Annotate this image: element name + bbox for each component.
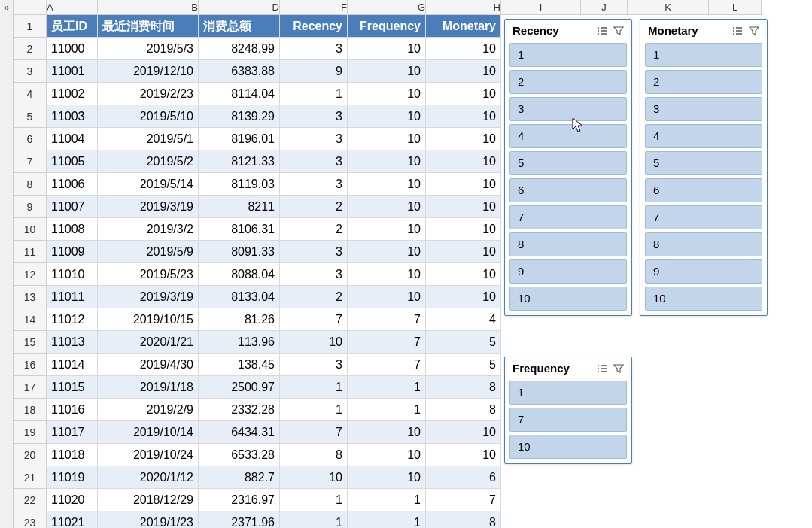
slicer-item[interactable]: 3 [645, 97, 762, 121]
cell-monetary[interactable]: 10 [426, 218, 501, 241]
cell-monetary[interactable]: 10 [426, 38, 501, 60]
cell-employee-id[interactable]: 11002 [47, 83, 98, 105]
table-header-cell[interactable]: Monetary [426, 15, 501, 38]
cell-total-spend[interactable]: 138.45 [199, 354, 280, 376]
cell-recency[interactable]: 8 [280, 444, 348, 466]
cell-total-spend[interactable]: 6383.88 [199, 60, 280, 83]
cell-monetary[interactable]: 4 [426, 308, 501, 331]
cell-last-purchase-date[interactable]: 2019/3/2 [98, 218, 199, 241]
row-header[interactable]: 15 [14, 331, 47, 354]
table-header-cell[interactable]: Frequency [348, 15, 426, 38]
cell-recency[interactable]: 3 [280, 241, 348, 263]
row-header[interactable]: 7 [14, 150, 47, 173]
slicer-item[interactable]: 9 [645, 259, 762, 284]
row-header[interactable]: 23 [14, 511, 47, 528]
cell-frequency[interactable]: 10 [348, 83, 426, 105]
cell-recency[interactable]: 3 [280, 354, 348, 376]
cell-monetary[interactable]: 10 [426, 286, 501, 308]
slicer-item[interactable]: 1 [509, 43, 627, 67]
table-header-cell[interactable]: 员工ID [47, 15, 98, 38]
slicer-item[interactable]: 7 [509, 408, 627, 432]
cell-last-purchase-date[interactable]: 2019/2/23 [98, 83, 199, 105]
cell-frequency[interactable]: 10 [348, 263, 426, 286]
cell-monetary[interactable]: 8 [426, 399, 501, 421]
cell-frequency[interactable]: 10 [348, 241, 426, 263]
cell-recency[interactable]: 1 [280, 399, 348, 421]
cell-recency[interactable]: 3 [280, 128, 348, 150]
cell-recency[interactable]: 1 [280, 511, 348, 528]
cell-total-spend[interactable]: 8114.04 [199, 83, 280, 105]
cell-recency[interactable]: 2 [280, 286, 348, 308]
cell-recency[interactable]: 1 [280, 489, 348, 511]
cell-last-purchase-date[interactable]: 2019/10/14 [98, 421, 199, 444]
cell-monetary[interactable]: 8 [426, 376, 501, 399]
row-header[interactable]: 16 [14, 354, 47, 376]
cell-recency[interactable]: 1 [280, 83, 348, 105]
cell-total-spend[interactable]: 8211 [199, 196, 280, 218]
slicer-item[interactable]: 5 [645, 151, 762, 175]
cell-total-spend[interactable]: 8091.33 [199, 241, 280, 263]
slicer-item[interactable]: 3 [509, 97, 627, 121]
cell-total-spend[interactable]: 2500.97 [199, 376, 280, 399]
cell-total-spend[interactable]: 8088.04 [199, 263, 280, 286]
cell-total-spend[interactable]: 6533.28 [199, 444, 280, 466]
cell-total-spend[interactable]: 2371.96 [199, 511, 280, 528]
cell-last-purchase-date[interactable]: 2019/1/23 [98, 511, 199, 528]
col-header-D[interactable]: D [199, 0, 280, 15]
cell-employee-id[interactable]: 11006 [47, 173, 98, 196]
cell-employee-id[interactable]: 11013 [47, 331, 98, 354]
cell-last-purchase-date[interactable]: 2019/5/1 [98, 128, 199, 150]
row-header[interactable]: 22 [14, 489, 47, 511]
slicer-item[interactable]: 2 [509, 70, 627, 94]
col-header-F[interactable]: F [280, 0, 348, 15]
cell-total-spend[interactable]: 81.26 [199, 308, 280, 331]
cell-last-purchase-date[interactable]: 2019/3/19 [98, 196, 199, 218]
row-header[interactable]: 8 [14, 173, 47, 196]
cell-employee-id[interactable]: 11020 [47, 489, 98, 511]
table-header-cell[interactable]: Recency [280, 15, 348, 38]
cell-frequency[interactable]: 10 [348, 173, 426, 196]
cell-frequency[interactable]: 10 [348, 196, 426, 218]
cell-frequency[interactable]: 7 [348, 308, 426, 331]
cell-monetary[interactable]: 5 [426, 331, 501, 354]
slicer-item[interactable]: 1 [509, 381, 627, 405]
row-header[interactable]: 10 [14, 218, 47, 241]
cell-last-purchase-date[interactable]: 2019/3/19 [98, 286, 199, 308]
cell-frequency[interactable]: 7 [348, 331, 426, 354]
cell-employee-id[interactable]: 11016 [47, 399, 98, 421]
cell-total-spend[interactable]: 882.7 [199, 466, 280, 489]
row-header[interactable]: 2 [14, 38, 47, 60]
select-all-corner[interactable] [14, 0, 47, 15]
multi-select-icon[interactable] [595, 25, 609, 37]
cell-employee-id[interactable]: 11011 [47, 286, 98, 308]
cell-employee-id[interactable]: 11021 [47, 511, 98, 528]
cell-last-purchase-date[interactable]: 2019/10/24 [98, 444, 199, 466]
cell-last-purchase-date[interactable]: 2019/5/10 [98, 105, 199, 128]
cell-frequency[interactable]: 1 [348, 489, 426, 511]
cell-recency[interactable]: 3 [280, 173, 348, 196]
row-header[interactable]: 12 [14, 263, 47, 286]
cell-recency[interactable]: 2 [280, 218, 348, 241]
row-header[interactable]: 13 [14, 286, 47, 308]
cell-frequency[interactable]: 10 [348, 421, 426, 444]
cell-total-spend[interactable]: 2316.97 [199, 489, 280, 511]
cell-last-purchase-date[interactable]: 2018/12/29 [98, 489, 199, 511]
cell-total-spend[interactable]: 8121.33 [199, 150, 280, 173]
slicer-item[interactable]: 10 [509, 435, 627, 459]
cell-employee-id[interactable]: 11010 [47, 263, 98, 286]
col-header-I[interactable]: I [501, 0, 581, 15]
cell-last-purchase-date[interactable]: 2019/5/2 [98, 150, 199, 173]
cell-recency[interactable]: 7 [280, 308, 348, 331]
cell-frequency[interactable]: 1 [348, 511, 426, 528]
cell-last-purchase-date[interactable]: 2019/1/18 [98, 376, 199, 399]
multi-select-icon[interactable] [595, 363, 609, 375]
row-header[interactable]: 21 [14, 466, 47, 489]
cell-frequency[interactable]: 10 [348, 60, 426, 83]
col-header-L[interactable]: L [709, 0, 762, 15]
slicer-item[interactable]: 4 [645, 124, 762, 148]
slicer-item[interactable]: 6 [509, 178, 627, 202]
cell-monetary[interactable]: 10 [426, 444, 501, 466]
cell-monetary[interactable]: 10 [426, 263, 501, 286]
cell-employee-id[interactable]: 11012 [47, 308, 98, 331]
cell-frequency[interactable]: 10 [348, 105, 426, 128]
